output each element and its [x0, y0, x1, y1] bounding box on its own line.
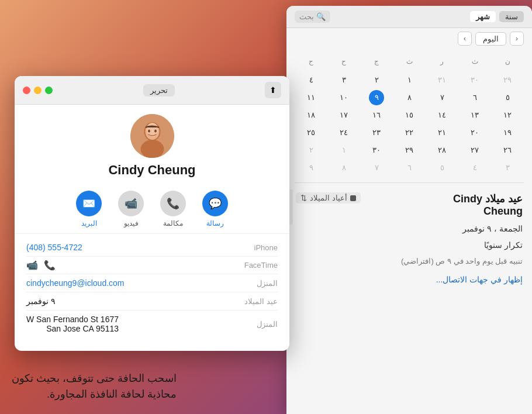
- facetime-video-icon[interactable]: 📹: [26, 260, 38, 271]
- cal-day[interactable]: ١٧: [327, 108, 360, 123]
- phone-row: iPhone (408) 555-4722: [26, 239, 278, 257]
- facetime-row: FaceTime 📹 📞: [26, 257, 278, 274]
- cal-day[interactable]: ١٦: [360, 108, 393, 123]
- weekday-th1: ث: [458, 54, 491, 69]
- cal-day[interactable]: ٨: [393, 90, 426, 105]
- weekday-j: ج: [360, 54, 393, 69]
- mail-action[interactable]: ✉️ البريد: [76, 191, 102, 227]
- message-label: رسالة: [206, 219, 224, 227]
- email-row: المنزل cindycheung9@icloud.com: [26, 274, 278, 292]
- call-icon: 📞: [160, 191, 186, 216]
- cal-day[interactable]: ٢٦: [491, 143, 524, 158]
- phone-label: iPhone: [254, 243, 278, 252]
- contact-window: ⬆ تحرير Cindy Cheung 💬: [15, 76, 289, 351]
- search-icon: 🔍: [316, 12, 326, 21]
- svg-point-6: [154, 130, 157, 133]
- cal-day[interactable]: ٢٣: [360, 125, 393, 140]
- cal-day[interactable]: ٥: [426, 160, 458, 175]
- weekday-n: ن: [491, 54, 524, 69]
- cal-day[interactable]: ٣١: [426, 73, 458, 88]
- calendar-chevron: ⇅: [300, 194, 307, 202]
- today-button[interactable]: اليوم: [475, 32, 506, 46]
- email-value[interactable]: cindycheung9@icloud.com: [26, 278, 125, 288]
- message-icon: 💬: [202, 191, 228, 216]
- calendar-window: سنة شهر 🔍 بحث ‹ اليوم › ن ث ر ث ج ح ح ٢٩…: [286, 6, 532, 414]
- edit-button[interactable]: تحرير: [143, 84, 175, 96]
- cal-day[interactable]: ١٨: [295, 108, 327, 123]
- mail-icon: ✉️: [76, 191, 102, 216]
- cal-day[interactable]: ١: [327, 143, 360, 158]
- cal-day[interactable]: ١١: [295, 90, 327, 105]
- cal-day[interactable]: ٥: [491, 90, 524, 105]
- cal-day[interactable]: ٢١: [426, 125, 458, 140]
- contact-actions: 💬 رسالة 📞 مكالمة 📹 فيديو ✉️ البريد: [15, 185, 289, 234]
- cal-day[interactable]: ٣٠: [360, 143, 393, 158]
- video-icon: 📹: [118, 191, 144, 216]
- event-calendar-badge[interactable]: أعياد الميلاد ⇅: [296, 192, 361, 203]
- cal-day[interactable]: ١٢: [491, 108, 524, 123]
- cal-day[interactable]: ٢: [360, 73, 393, 88]
- cal-day[interactable]: ٢٧: [458, 143, 491, 158]
- facetime-audio-icon[interactable]: 📞: [44, 260, 56, 271]
- cal-day[interactable]: ٦: [393, 160, 426, 175]
- cal-day-today[interactable]: ٩: [369, 90, 384, 105]
- search-bar[interactable]: 🔍 بحث: [295, 11, 330, 23]
- cal-day[interactable]: ٢٠: [458, 125, 491, 140]
- cal-day[interactable]: ١٥: [393, 108, 426, 123]
- cal-day[interactable]: ١٩: [491, 125, 524, 140]
- close-button[interactable]: [23, 87, 30, 94]
- cal-day[interactable]: ٢٥: [295, 125, 327, 140]
- svg-point-3: [140, 140, 164, 158]
- cal-day[interactable]: ١٤: [426, 108, 458, 123]
- cal-day[interactable]: ٢٨: [426, 143, 458, 158]
- call-action[interactable]: 📞 مكالمة: [160, 191, 186, 227]
- next-arrow[interactable]: ›: [458, 32, 472, 46]
- cal-day[interactable]: ٢٤: [327, 125, 360, 140]
- calendar-divider: [295, 182, 524, 183]
- month-view-button[interactable]: شهر: [470, 11, 496, 22]
- cal-day[interactable]: ٢: [295, 143, 327, 158]
- cal-day[interactable]: ٩: [295, 160, 327, 175]
- year-view-button[interactable]: سنة: [499, 11, 524, 22]
- cal-day[interactable]: ٢٩: [393, 143, 426, 158]
- search-label: بحث: [299, 12, 314, 21]
- maximize-button[interactable]: [45, 87, 53, 94]
- cal-week-5: ٢٦ ٢٧ ٢٨ ٢٩ ٣٠ ١ ٢: [295, 142, 524, 159]
- cal-day[interactable]: ٧: [426, 90, 458, 105]
- cal-day[interactable]: ٧: [360, 160, 393, 175]
- phone-value[interactable]: (408) 555-4722: [26, 243, 82, 252]
- message-action[interactable]: 💬 رسالة: [202, 191, 228, 227]
- facetime-icons: 📹 📞: [26, 260, 56, 271]
- minimize-button[interactable]: [34, 87, 42, 94]
- view-buttons: سنة شهر: [470, 11, 524, 22]
- birthday-label: عيد الميلاد: [244, 297, 278, 306]
- cal-week-3: ١٢ ١٣ ١٤ ١٥ ١٦ ١٧ ١٨: [295, 106, 524, 124]
- cal-day[interactable]: ٤: [295, 73, 327, 88]
- prev-arrow[interactable]: ‹: [510, 32, 524, 46]
- cal-day[interactable]: ٢٢: [393, 125, 426, 140]
- cal-day[interactable]: ١٣: [458, 108, 491, 123]
- cal-day[interactable]: ٣٠: [458, 73, 491, 88]
- video-action[interactable]: 📹 فيديو: [118, 191, 144, 227]
- event-header: عيد ميلاد CindyCheung أعياد الميلاد ⇅: [296, 192, 523, 218]
- cal-week-6: ٣ ٤ ٥ ٦ ٧ ٨ ٩: [295, 159, 524, 177]
- cal-day[interactable]: ٣: [491, 160, 524, 175]
- cal-day[interactable]: ٤: [458, 160, 491, 175]
- svg-point-5: [148, 130, 150, 133]
- birthday-row: عيد الميلاد ٩ نوفمبر: [26, 292, 278, 310]
- cal-day[interactable]: ٦: [458, 90, 491, 105]
- event-title: عيد ميلاد CindyCheung: [453, 192, 523, 218]
- email-label: المنزل: [257, 279, 278, 288]
- cal-day[interactable]: ٣: [327, 73, 360, 88]
- calendar-nav: ‹ اليوم ›: [286, 28, 532, 49]
- cal-day[interactable]: ٢٩: [491, 73, 524, 88]
- cal-day[interactable]: ١: [393, 73, 426, 88]
- cal-day[interactable]: ١٠: [327, 90, 360, 105]
- cal-day[interactable]: ٨: [327, 160, 360, 175]
- weekday-th2: ث: [393, 54, 426, 69]
- event-reminder: تنبيه قبل يوم واحد في ٩ ص (افتراضي): [296, 255, 523, 268]
- avatar: [130, 114, 174, 158]
- video-label: فيديو: [124, 219, 139, 227]
- show-contact-link[interactable]: إظهار في جهات الاتصال...: [296, 275, 523, 284]
- share-button[interactable]: ⬆: [265, 82, 281, 98]
